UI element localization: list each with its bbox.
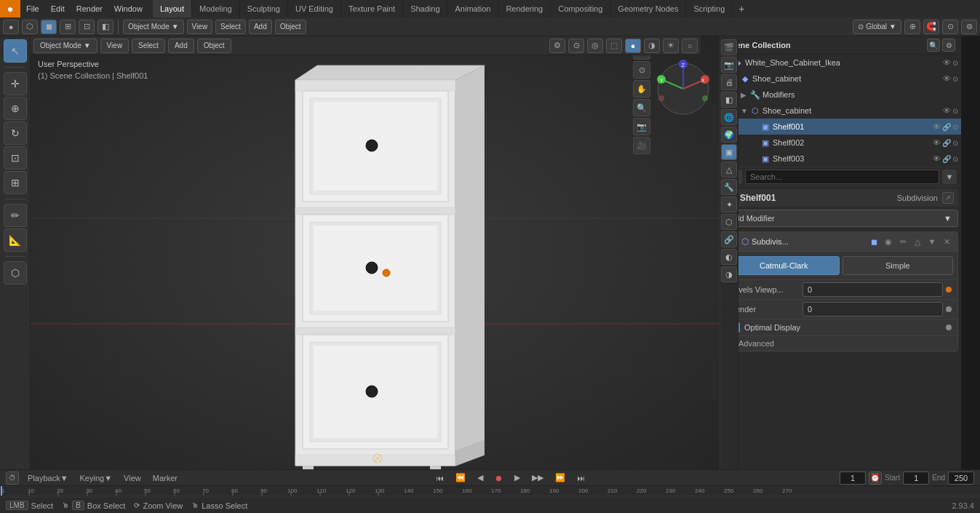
- tab-modeling[interactable]: Modeling: [192, 0, 240, 17]
- viewport-select-btn[interactable]: Select: [132, 39, 165, 53]
- tl-step-fwd[interactable]: ▶▶: [529, 473, 546, 482]
- viewport-shading-mat[interactable]: ◑: [644, 39, 660, 53]
- props-material[interactable]: ◑: [721, 266, 737, 282]
- proportional-edit[interactable]: ⊙: [942, 20, 958, 34]
- tree-item-shoe-cabinet-obj[interactable]: ▼ ⬡ Shoe_cabinet 👁 ⊙: [720, 103, 961, 119]
- tl-playback-menu[interactable]: Playback▼: [25, 474, 71, 482]
- tree-item-shelf003[interactable]: ▣ Shelf003 👁 🔗 ⊙: [720, 151, 961, 167]
- viewport-object-btn[interactable]: Object: [197, 39, 231, 53]
- props-view-layer[interactable]: ◧: [721, 92, 737, 108]
- tree-item-modifiers[interactable]: ▶ 🔧 Modifiers: [720, 87, 961, 103]
- props-render[interactable]: 📷: [721, 57, 737, 73]
- levels-viewport-dot[interactable]: [946, 287, 952, 293]
- render-dot[interactable]: [946, 306, 952, 312]
- tree-eye-7[interactable]: 👁: [933, 154, 941, 163]
- tab-layout[interactable]: Layout: [153, 0, 192, 17]
- tl-step-back[interactable]: ◀: [474, 473, 486, 482]
- tl-next-keyframe[interactable]: ⏩: [552, 473, 568, 482]
- tree-eye-2[interactable]: 👁: [943, 74, 951, 83]
- viewport-xray[interactable]: ⬚: [606, 39, 622, 53]
- props-particles[interactable]: ✦: [721, 196, 737, 212]
- props-scene-2[interactable]: 🌐: [721, 109, 737, 125]
- properties-search[interactable]: [745, 170, 939, 184]
- end-frame-input[interactable]: 250: [948, 472, 974, 485]
- tool-rotate[interactable]: ↻: [4, 122, 27, 145]
- props-data[interactable]: ◐: [721, 249, 737, 265]
- toolbar-icon-4[interactable]: ⊡: [79, 20, 95, 34]
- tl-prev-keyframe[interactable]: ⏪: [453, 473, 469, 482]
- mode-select[interactable]: Object Mode ▼: [123, 20, 184, 34]
- tab-uv-editing[interactable]: UV Editing: [288, 0, 341, 17]
- viewport-3d[interactable]: User Perspective (1) Scene Collection | …: [31, 36, 720, 469]
- mod-render-icon[interactable]: ◉: [882, 235, 895, 248]
- tree-cam-4[interactable]: ⊙: [952, 107, 958, 115]
- tl-clock-icon[interactable]: ⏰: [869, 472, 882, 485]
- tree-icon-constraint-3[interactable]: 🔗: [942, 155, 951, 163]
- viewport-mode-btn[interactable]: Object Mode▼: [33, 39, 97, 53]
- tab-rendering[interactable]: Rendering: [498, 0, 551, 17]
- props-mesh[interactable]: △: [721, 162, 737, 178]
- tree-eye-5[interactable]: 👁: [933, 122, 941, 131]
- tool-transform[interactable]: ⊞: [4, 171, 27, 194]
- tl-jump-start[interactable]: ⏮: [433, 474, 447, 482]
- mod-realtime-icon[interactable]: ◼: [867, 235, 880, 248]
- snap-btn[interactable]: 🧲: [923, 20, 939, 34]
- tab-geometry-nodes[interactable]: Geometry Nodes: [610, 0, 686, 17]
- tool-move[interactable]: ⊕: [4, 97, 27, 120]
- viewport-options[interactable]: ⚙: [549, 39, 565, 53]
- tree-eye-4[interactable]: 👁: [943, 106, 951, 115]
- vrt-render[interactable]: 🎥: [633, 137, 650, 154]
- viewport-gizmo[interactable]: ⊙: [568, 39, 584, 53]
- tree-item-shoe-cabinet-col[interactable]: ▼ ◆ Shoe_cabinet 👁 ⊙: [720, 71, 961, 87]
- start-frame-input[interactable]: 1: [903, 472, 929, 485]
- tool-add-cube[interactable]: ⬡: [4, 261, 27, 285]
- tree-item-shelf001[interactable]: ▣ Shelf001 👁 🔗 ⊙: [720, 119, 961, 135]
- menu-edit[interactable]: Edit: [45, 0, 71, 17]
- tree-arrow-4[interactable]: ▼: [741, 107, 749, 115]
- viewport-shading-eevee[interactable]: ○: [682, 39, 698, 53]
- toolbar-icon-5[interactable]: ◧: [97, 20, 113, 34]
- select-menu[interactable]: Select: [215, 20, 246, 34]
- proportional-edit-2[interactable]: ⊚: [961, 20, 977, 34]
- tree-eye-6[interactable]: 👁: [933, 138, 941, 147]
- tree-item-white-shoe-cabinet[interactable]: ▼ ◆ White_Shoe_Cabinet_Ikea 👁 ⊙: [720, 55, 961, 71]
- viewport-view-btn[interactable]: View: [100, 39, 130, 53]
- props-modifier[interactable]: 🔧: [721, 179, 737, 195]
- tree-cam-2[interactable]: ⊙: [952, 75, 958, 83]
- tool-scale[interactable]: ⊡: [4, 146, 27, 170]
- mod-close-btn[interactable]: ✕: [940, 235, 953, 248]
- props-constraints[interactable]: 🔗: [721, 231, 737, 247]
- tab-scripting[interactable]: Scripting: [686, 0, 733, 17]
- tool-cursor[interactable]: ✛: [4, 72, 27, 95]
- optimal-display-dot[interactable]: [946, 325, 952, 330]
- toolbar-icon-1[interactable]: ⬡: [22, 20, 38, 34]
- scene-options-icon[interactable]: ⚙: [942, 39, 955, 52]
- tab-shading[interactable]: Shading: [403, 0, 447, 17]
- vrt-gizmo[interactable]: ⊙: [633, 61, 650, 79]
- menu-render[interactable]: Render: [71, 0, 108, 17]
- vrt-camera[interactable]: 📷: [633, 118, 650, 135]
- add-workspace-tab[interactable]: +: [733, 3, 750, 15]
- vrt-zoom-in[interactable]: 🔍: [633, 99, 650, 116]
- add-modifier-button[interactable]: Add Modifier ▼: [723, 210, 958, 227]
- tl-play[interactable]: ▶: [511, 473, 523, 482]
- props-world[interactable]: 🌍: [721, 127, 737, 143]
- props-physics[interactable]: ⬡: [721, 214, 737, 230]
- tree-arrow-3[interactable]: ▶: [741, 91, 749, 99]
- mod-cage-icon[interactable]: △: [911, 235, 924, 248]
- timeline-ruler[interactable]: 1 10 20 30 40 50 60 70 80 90 100 110 120…: [0, 486, 980, 496]
- current-frame-input[interactable]: 1: [840, 472, 866, 485]
- viewport-overlay[interactable]: ◎: [587, 39, 603, 53]
- mod-apply-dropdown[interactable]: ▼: [925, 235, 939, 248]
- view-menu[interactable]: View: [187, 20, 213, 34]
- toolbar-icon-3[interactable]: ⊞: [60, 20, 76, 34]
- tool-annotate[interactable]: ✏: [4, 204, 27, 227]
- tab-texture-paint[interactable]: Texture Paint: [341, 0, 403, 17]
- tab-sculpting[interactable]: Sculpting: [240, 0, 288, 17]
- simple-btn[interactable]: Simple: [842, 256, 954, 275]
- navigation-gizmo[interactable]: X Y Z: [654, 60, 712, 118]
- transform-orientation[interactable]: ⊙Global▼: [853, 20, 901, 34]
- properties-dropdown[interactable]: ▼: [942, 170, 957, 184]
- tree-icon-constraint-2[interactable]: 🔗: [942, 139, 951, 147]
- tab-animation[interactable]: Animation: [448, 0, 499, 17]
